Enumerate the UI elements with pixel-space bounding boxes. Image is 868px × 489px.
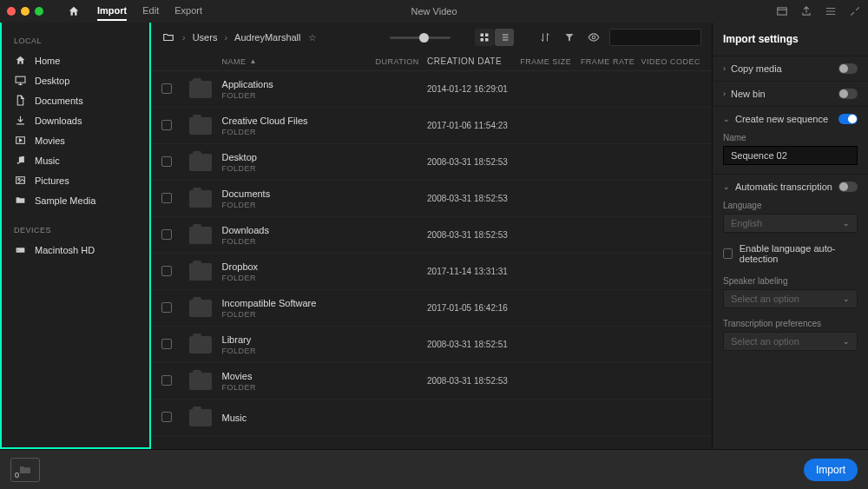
grid-view-button[interactable] [475,29,494,46]
file-date: 2014-01-12 16:29:01 [427,84,520,94]
autodetect-checkbox[interactable]: Enable language auto-detection [713,240,868,273]
table-row[interactable]: Creative Cloud FilesFOLDER2017-01-06 11:… [151,108,712,144]
language-select[interactable]: English⌄ [723,214,858,233]
table-header: NAME ▲ DURATION CREATION DATE FRAME SIZE… [151,52,712,71]
transpref-select[interactable]: Select an option⌄ [723,332,858,351]
new-bin-section[interactable]: ›New bin [713,83,868,104]
table-row[interactable]: Incompatible SoftwareFOLDER2017-01-05 16… [151,290,712,327]
folder-icon[interactable] [161,31,175,43]
file-name: Documents [222,188,271,199]
row-checkbox[interactable] [161,339,172,349]
import-settings-panel: Import settings ›Copy media ›New bin ⌄Cr… [712,23,868,449]
download-icon [14,115,26,126]
chevron-down-icon: ⌄ [723,115,730,123]
new-bin-toggle[interactable] [838,89,858,99]
home-icon[interactable] [68,5,80,17]
sidebar-item-macintosh-hd[interactable]: Macintosh HD [2,240,149,260]
search-field[interactable] [615,32,712,43]
tab-import[interactable]: Import [97,2,127,21]
topbar-actions [776,5,861,17]
sidebar-item-movies[interactable]: Movies [2,130,149,150]
favorite-star-icon[interactable]: ☆ [308,32,317,43]
table-row[interactable]: DocumentsFOLDER2008-03-31 18:52:53 [151,181,712,217]
copy-media-section[interactable]: ›Copy media [713,58,868,79]
row-checkbox[interactable] [161,193,172,203]
close-window-icon[interactable] [7,7,16,16]
sidebar-item-home[interactable]: Home [2,50,149,70]
file-name: Music [222,413,247,423]
row-checkbox[interactable] [161,83,172,94]
share-icon[interactable] [800,5,812,17]
row-checkbox[interactable] [161,156,172,167]
table-row[interactable]: DropboxFOLDER2017-11-14 13:31:31 [151,254,712,290]
path-toolbar: › Users › AudreyMarshall ☆ [151,23,712,52]
folder-thumbnail-icon [189,373,212,390]
col-frame-rate[interactable]: FRAME RATE [581,57,641,66]
col-creation-date[interactable]: CREATION DATE [427,56,520,66]
file-date: 2008-03-31 18:52:53 [427,194,520,203]
sidebar-item-documents[interactable]: Documents [2,90,149,110]
file-list: ApplicationsFOLDER2014-01-12 16:29:01Cre… [151,71,712,449]
row-checkbox[interactable] [161,120,172,130]
file-type: FOLDER [222,347,257,355]
import-button[interactable]: Import [804,459,858,481]
selected-items-tray[interactable]: 0 [10,458,40,482]
sidebar-item-label: Pictures [35,175,69,186]
sidebar-item-downloads[interactable]: Downloads [2,110,149,130]
row-checkbox[interactable] [161,302,172,313]
top-bar: Import Edit Export New Video [0,0,868,23]
file-name: Downloads [222,225,269,235]
row-checkbox[interactable] [161,266,172,276]
sidebar-item-sample-media[interactable]: Sample Media [2,190,149,210]
sequence-name-input[interactable]: Sequence 02 [723,146,858,165]
file-date: 2017-01-06 11:54:23 [427,121,520,130]
sidebar-item-desktop[interactable]: Desktop [2,70,149,90]
svg-rect-0 [778,8,787,15]
svg-rect-10 [485,34,489,37]
sidebar-item-music[interactable]: Music [2,150,149,170]
search-input[interactable] [609,29,701,46]
sort-icon[interactable] [536,29,554,46]
sidebar: LOCAL HomeDesktopDocumentsDownloadsMovie… [0,23,151,449]
speaker-select[interactable]: Select an option⌄ [723,289,858,308]
col-frame-size[interactable]: FRAME SIZE [520,57,581,66]
copy-media-toggle[interactable] [838,63,858,74]
sidebar-item-pictures[interactable]: Pictures [2,170,149,190]
menu-icon[interactable] [825,5,837,17]
filter-icon[interactable] [561,29,578,46]
fullscreen-icon[interactable] [849,5,861,17]
svg-rect-7 [16,248,24,252]
list-view-button[interactable] [495,29,514,46]
create-sequence-toggle[interactable] [838,114,858,124]
sidebar-item-label: Home [35,56,60,66]
auto-transcription-section[interactable]: ⌄Automatic transcription [713,176,868,197]
col-name[interactable]: NAME ▲ [222,57,376,66]
row-checkbox[interactable] [161,412,172,422]
drive-icon [14,244,26,255]
col-video-codec[interactable]: VIDEO CODEC [641,57,701,66]
auto-transcription-toggle[interactable] [838,182,858,192]
table-row[interactable]: ApplicationsFOLDER2014-01-12 16:29:01 [151,71,712,108]
table-row[interactable]: LibraryFOLDER2008-03-31 18:52:51 [151,327,712,363]
row-checkbox[interactable] [161,375,172,386]
file-date: 2017-01-05 16:42:16 [427,303,520,313]
svg-rect-9 [481,34,484,37]
row-checkbox[interactable] [161,229,172,240]
breadcrumb-audreymarshall[interactable]: AudreyMarshall [234,32,300,43]
maximize-window-icon[interactable] [35,7,43,16]
workspace-icon[interactable] [776,5,788,17]
table-row[interactable]: DownloadsFOLDER2008-03-31 18:52:53 [151,217,712,254]
eye-icon[interactable] [585,29,602,46]
thumbnail-size-slider[interactable] [390,36,450,39]
tab-export[interactable]: Export [174,2,202,21]
create-sequence-section[interactable]: ⌄Create new sequence [713,109,868,129]
file-name: Creative Cloud Files [222,116,308,126]
table-row[interactable]: DesktopFOLDER2008-03-31 18:52:53 [151,144,712,181]
table-row[interactable]: Music [151,400,712,436]
breadcrumb-users[interactable]: Users [193,32,218,43]
col-duration[interactable]: DURATION [375,57,427,66]
tab-edit[interactable]: Edit [142,2,159,21]
minimize-window-icon[interactable] [21,7,30,16]
music-icon [14,155,26,166]
table-row[interactable]: MoviesFOLDER2008-03-31 18:52:53 [151,363,712,400]
